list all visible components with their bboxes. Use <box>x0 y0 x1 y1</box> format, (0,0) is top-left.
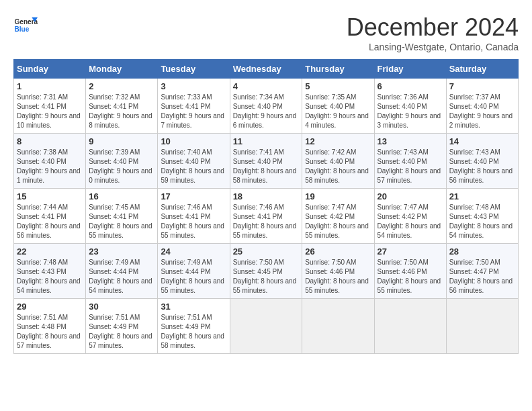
table-row: 12 Sunrise: 7:42 AM Sunset: 4:40 PM Dayl… <box>302 134 374 189</box>
day-number: 19 <box>305 191 371 201</box>
day-number: 5 <box>305 81 371 91</box>
title-section: December 2024 Lansing-Westgate, Ontario,… <box>347 13 519 52</box>
table-row: 15 Sunrise: 7:44 AM Sunset: 4:41 PM Dayl… <box>14 189 86 244</box>
day-detail: Sunrise: 7:50 AM Sunset: 4:46 PM Dayligh… <box>305 259 369 294</box>
table-row: 3 Sunrise: 7:33 AM Sunset: 4:41 PM Dayli… <box>158 79 230 134</box>
table-row: 17 Sunrise: 7:46 AM Sunset: 4:41 PM Dayl… <box>158 189 230 244</box>
col-friday: Friday <box>374 60 446 79</box>
table-row: 28 Sunrise: 7:50 AM Sunset: 4:47 PM Dayl… <box>446 244 518 299</box>
calendar-header-row: Sunday Monday Tuesday Wednesday Thursday… <box>14 60 519 79</box>
day-number: 4 <box>233 81 300 91</box>
day-detail: Sunrise: 7:31 AM Sunset: 4:41 PM Dayligh… <box>17 93 81 129</box>
col-saturday: Saturday <box>446 60 518 79</box>
table-row: 23 Sunrise: 7:49 AM Sunset: 4:44 PM Dayl… <box>86 244 158 299</box>
day-number: 13 <box>378 136 443 146</box>
day-detail: Sunrise: 7:50 AM Sunset: 4:47 PM Dayligh… <box>449 259 513 294</box>
day-number: 20 <box>378 191 443 201</box>
day-number: 9 <box>89 136 154 146</box>
day-detail: Sunrise: 7:42 AM Sunset: 4:40 PM Dayligh… <box>305 148 369 184</box>
day-detail: Sunrise: 7:50 AM Sunset: 4:46 PM Dayligh… <box>378 259 441 294</box>
table-row: 20 Sunrise: 7:47 AM Sunset: 4:42 PM Dayl… <box>374 189 446 244</box>
day-detail: Sunrise: 7:51 AM Sunset: 4:48 PM Dayligh… <box>17 314 81 349</box>
table-row: 5 Sunrise: 7:35 AM Sunset: 4:40 PM Dayli… <box>302 79 374 134</box>
table-row <box>230 299 302 354</box>
day-number: 15 <box>17 191 83 201</box>
table-row: 26 Sunrise: 7:50 AM Sunset: 4:46 PM Dayl… <box>302 244 374 299</box>
table-row: 21 Sunrise: 7:48 AM Sunset: 4:43 PM Dayl… <box>446 189 518 244</box>
day-detail: Sunrise: 7:41 AM Sunset: 4:40 PM Dayligh… <box>233 148 297 184</box>
day-number: 21 <box>449 191 515 201</box>
table-row: 30 Sunrise: 7:51 AM Sunset: 4:49 PM Dayl… <box>86 299 158 354</box>
day-number: 12 <box>305 136 371 146</box>
day-number: 14 <box>449 136 515 146</box>
day-detail: Sunrise: 7:51 AM Sunset: 4:49 PM Dayligh… <box>89 314 152 349</box>
table-row: 13 Sunrise: 7:43 AM Sunset: 4:40 PM Dayl… <box>374 134 446 189</box>
table-row: 31 Sunrise: 7:51 AM Sunset: 4:49 PM Dayl… <box>158 299 230 354</box>
day-detail: Sunrise: 7:38 AM Sunset: 4:40 PM Dayligh… <box>17 148 81 184</box>
logo: General Blue <box>13 13 38 38</box>
table-row: 4 Sunrise: 7:34 AM Sunset: 4:40 PM Dayli… <box>230 79 302 134</box>
day-detail: Sunrise: 7:51 AM Sunset: 4:49 PM Dayligh… <box>161 314 224 349</box>
day-number: 26 <box>305 246 371 257</box>
day-detail: Sunrise: 7:35 AM Sunset: 4:40 PM Dayligh… <box>305 93 369 129</box>
day-number: 25 <box>233 246 300 257</box>
month-title: December 2024 <box>347 13 519 42</box>
day-number: 11 <box>233 136 300 146</box>
table-row: 14 Sunrise: 7:43 AM Sunset: 4:40 PM Dayl… <box>446 134 518 189</box>
day-number: 16 <box>89 191 154 201</box>
day-number: 10 <box>161 136 226 146</box>
day-detail: Sunrise: 7:44 AM Sunset: 4:41 PM Dayligh… <box>17 203 81 239</box>
day-detail: Sunrise: 7:48 AM Sunset: 4:43 PM Dayligh… <box>17 259 81 294</box>
col-wednesday: Wednesday <box>230 60 302 79</box>
table-row: 27 Sunrise: 7:50 AM Sunset: 4:46 PM Dayl… <box>374 244 446 299</box>
day-detail: Sunrise: 7:49 AM Sunset: 4:44 PM Dayligh… <box>161 259 224 294</box>
day-number: 28 <box>449 246 515 257</box>
col-thursday: Thursday <box>302 60 374 79</box>
table-row <box>374 299 446 354</box>
table-row: 24 Sunrise: 7:49 AM Sunset: 4:44 PM Dayl… <box>158 244 230 299</box>
logo-icon: General Blue <box>13 13 38 38</box>
day-number: 27 <box>378 246 443 257</box>
table-row: 10 Sunrise: 7:40 AM Sunset: 4:40 PM Dayl… <box>158 134 230 189</box>
table-row: 22 Sunrise: 7:48 AM Sunset: 4:43 PM Dayl… <box>14 244 86 299</box>
day-number: 17 <box>161 191 226 201</box>
col-monday: Monday <box>86 60 158 79</box>
day-number: 31 <box>161 302 226 312</box>
day-number: 23 <box>89 246 154 257</box>
calendar-week-row: 22 Sunrise: 7:48 AM Sunset: 4:43 PM Dayl… <box>14 244 519 299</box>
day-detail: Sunrise: 7:40 AM Sunset: 4:40 PM Dayligh… <box>161 148 224 184</box>
day-number: 2 <box>89 81 154 91</box>
day-detail: Sunrise: 7:48 AM Sunset: 4:43 PM Dayligh… <box>449 203 513 239</box>
day-detail: Sunrise: 7:45 AM Sunset: 4:41 PM Dayligh… <box>89 203 152 239</box>
day-number: 24 <box>161 246 226 257</box>
svg-text:Blue: Blue <box>14 26 29 33</box>
table-row: 7 Sunrise: 7:37 AM Sunset: 4:40 PM Dayli… <box>446 79 518 134</box>
table-row: 2 Sunrise: 7:32 AM Sunset: 4:41 PM Dayli… <box>86 79 158 134</box>
day-detail: Sunrise: 7:39 AM Sunset: 4:40 PM Dayligh… <box>89 148 152 184</box>
day-number: 8 <box>17 136 83 146</box>
table-row <box>302 299 374 354</box>
day-number: 6 <box>378 81 443 91</box>
day-detail: Sunrise: 7:46 AM Sunset: 4:41 PM Dayligh… <box>233 203 297 239</box>
calendar-table: Sunday Monday Tuesday Wednesday Thursday… <box>13 59 519 354</box>
day-number: 18 <box>233 191 300 201</box>
calendar-week-row: 29 Sunrise: 7:51 AM Sunset: 4:48 PM Dayl… <box>14 299 519 354</box>
table-row: 8 Sunrise: 7:38 AM Sunset: 4:40 PM Dayli… <box>14 134 86 189</box>
table-row: 9 Sunrise: 7:39 AM Sunset: 4:40 PM Dayli… <box>86 134 158 189</box>
day-detail: Sunrise: 7:37 AM Sunset: 4:40 PM Dayligh… <box>449 93 513 129</box>
day-detail: Sunrise: 7:47 AM Sunset: 4:42 PM Dayligh… <box>305 203 369 239</box>
day-detail: Sunrise: 7:49 AM Sunset: 4:44 PM Dayligh… <box>89 259 152 294</box>
calendar-week-row: 8 Sunrise: 7:38 AM Sunset: 4:40 PM Dayli… <box>14 134 519 189</box>
day-detail: Sunrise: 7:32 AM Sunset: 4:41 PM Dayligh… <box>89 93 152 129</box>
day-detail: Sunrise: 7:43 AM Sunset: 4:40 PM Dayligh… <box>449 148 513 184</box>
day-number: 1 <box>17 81 83 91</box>
day-number: 3 <box>161 81 226 91</box>
table-row: 19 Sunrise: 7:47 AM Sunset: 4:42 PM Dayl… <box>302 189 374 244</box>
page-header: General Blue December 2024 Lansing-Westg… <box>13 13 519 52</box>
table-row: 25 Sunrise: 7:50 AM Sunset: 4:45 PM Dayl… <box>230 244 302 299</box>
table-row: 18 Sunrise: 7:46 AM Sunset: 4:41 PM Dayl… <box>230 189 302 244</box>
day-detail: Sunrise: 7:50 AM Sunset: 4:45 PM Dayligh… <box>233 259 297 294</box>
day-detail: Sunrise: 7:43 AM Sunset: 4:40 PM Dayligh… <box>378 148 441 184</box>
table-row: 29 Sunrise: 7:51 AM Sunset: 4:48 PM Dayl… <box>14 299 86 354</box>
table-row: 1 Sunrise: 7:31 AM Sunset: 4:41 PM Dayli… <box>14 79 86 134</box>
